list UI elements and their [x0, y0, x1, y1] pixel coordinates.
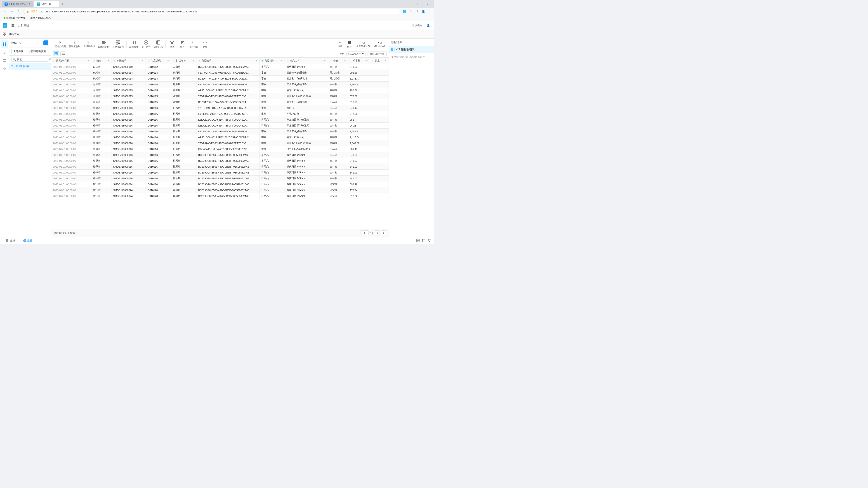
other-add-button[interactable]: 其他添加列 [111, 40, 125, 49]
forward-button[interactable]: → [9, 9, 14, 14]
sidebar-toggle-icon[interactable]: ☰ [9, 22, 16, 29]
left-right-merge-button[interactable]: 左右合并 [128, 40, 140, 49]
close-window-button[interactable]: × [423, 1, 432, 7]
field-settings-button[interactable]: T→ 字段设置 [188, 40, 199, 49]
col-sort-quantity-icon[interactable]: ▼ [385, 60, 387, 62]
data-source-item[interactable]: X/S 销售明细表 + [389, 46, 434, 53]
sidebar-link-icon[interactable] [1, 65, 8, 72]
col-header-quantity[interactable]: # 数量 ▼ [370, 58, 389, 64]
bottom-action-2[interactable] [421, 238, 426, 243]
col-sort-productname-icon[interactable]: ▼ [324, 60, 326, 62]
col-header-product-name[interactable]: T 商品名称 ▼ [285, 58, 328, 64]
col-sort-producttype-icon[interactable]: ▼ [281, 60, 283, 62]
add-tab-button[interactable]: + [60, 1, 65, 7]
save-update-button[interactable]: 全部保存并更新 [27, 49, 48, 54]
col-sort-productcode-icon[interactable]: ▼ [255, 60, 257, 62]
bookmark-ecommerce[interactable]: 电商618数据大屏 [2, 16, 27, 20]
col-sort-city-icon[interactable]: ▼ [107, 60, 110, 62]
more-button[interactable]: 更多 [200, 39, 210, 49]
tab-data[interactable]: 数据 [2, 237, 19, 244]
cell-4-5: AE451BC0-8615-4F8C-8126-05E0C01DDF24 [196, 88, 259, 93]
back-button[interactable]: ← [2, 9, 7, 14]
cell-13-0: 2020-01-01 00:00:00 [51, 140, 91, 146]
reload-button[interactable]: ↻ [16, 9, 22, 14]
col-sort-storecode-icon[interactable]: ▼ [167, 60, 169, 62]
col-header-product-type[interactable]: T 商品类别 ▼ [259, 58, 285, 64]
save-publish-button[interactable]: ↑□ 仅保存并发布 [355, 40, 371, 48]
browser-tab-finebi[interactable]: F FineBI商业智能 × [2, 1, 33, 7]
address-input[interactable]: 🔒 不安全 192.168.171.80:8080/finebi/decisio… [24, 9, 400, 14]
search-box[interactable]: 🔍 ⚙ [11, 57, 49, 62]
compute-button[interactable]: 数据进行计算 [368, 52, 386, 56]
sales-detail-table-item[interactable]: ☰ 销售明细表 [9, 63, 51, 70]
col-header-product-code[interactable]: T 商品编码 ▼ [196, 58, 259, 64]
data-table-wrapper[interactable]: T 日期(年月日) ▼ T 城市 ▼ [51, 57, 389, 229]
data-panel-settings-icon[interactable]: ⚙ [18, 41, 23, 45]
col-sort-province-icon[interactable]: ▼ [344, 60, 346, 62]
browser-tab-finebi-label: FineBI商业智能 [9, 2, 26, 6]
browser-tab-analysis[interactable]: A 分析主题 × [34, 1, 59, 7]
add-formula-col-button[interactable]: fx 新增公式列 [53, 40, 67, 49]
col-sort-cost-icon[interactable]: ▼ [366, 60, 368, 62]
list-view-button[interactable] [60, 51, 66, 56]
bookmark-star-icon[interactable]: ☆ [408, 9, 413, 14]
col-header-store-name[interactable]: T 门店名称 ▼ [171, 58, 196, 64]
page-number-input[interactable] [361, 230, 369, 235]
svg-point-35 [206, 42, 207, 43]
cell-21-10 [370, 187, 389, 193]
save-all-button[interactable]: 全部保存 [11, 49, 25, 54]
page-next-button[interactable]: › [381, 230, 386, 235]
bookmark-ecommerce-label: 电商618数据大屏 [6, 16, 25, 20]
search-input[interactable] [17, 58, 48, 61]
close-tab1-icon[interactable]: × [28, 2, 31, 6]
profile-icon[interactable]: 👤 [421, 9, 426, 14]
save-button[interactable]: 保存 [345, 40, 353, 49]
col-header-store-code[interactable]: T 门店编码 ▼ [146, 58, 171, 64]
cell-0-9: 641.03 [348, 64, 370, 70]
svg-rect-3 [5, 35, 6, 36]
sidebar-data-icon[interactable] [1, 40, 8, 48]
up-down-merge-button[interactable]: 上下合并 [140, 40, 152, 49]
subject-more-button[interactable]: ··· [22, 32, 26, 37]
minimize-button[interactable]: ─ [404, 1, 413, 7]
add-value-col-button[interactable]: T↑ 新增赋值列 [82, 40, 96, 48]
filter-button[interactable]: 过滤 [167, 40, 177, 49]
cell-19-8: 吉林省 [328, 175, 348, 182]
col-header-order[interactable]: T 单据编码 ▼ [111, 58, 146, 64]
row-limit-selector[interactable]: 前1000万行 ▼ [346, 52, 366, 56]
col-sort-order-icon[interactable]: ▼ [142, 60, 144, 62]
table-row: 2020-01-01 00:00:00鹤岗市SMDBJ18000014D0101… [51, 76, 389, 82]
sidebar-settings-icon[interactable] [1, 57, 8, 64]
add-sum-col-button[interactable]: Σ 新增汇总列 [68, 40, 82, 49]
col-header-cost[interactable]: # 成本额 ▼ [348, 58, 370, 64]
exit-preview-button[interactable]: ✕□ 退出并预览 [373, 40, 386, 48]
group-aggregate-button[interactable]: 分组汇总 [152, 40, 164, 49]
bookmark-java[interactable]: Java互联网架构论... [28, 16, 54, 20]
refresh-button[interactable]: ↻ 刷新 [336, 40, 344, 48]
translate-icon[interactable]: 🌐 [402, 9, 407, 14]
sidebar-filter-icon[interactable] [1, 48, 8, 56]
user-profile-btn[interactable]: 👤 [426, 24, 431, 27]
bottom-action-1[interactable] [415, 238, 421, 243]
col-header-province[interactable]: T 省份 ▼ [328, 58, 348, 64]
close-tab2-icon[interactable]: × [53, 2, 56, 6]
sort-button[interactable]: 排序 [178, 40, 187, 49]
menu-icon[interactable]: ⋮ [427, 9, 432, 14]
page-prev-button[interactable]: ‹ [375, 230, 380, 235]
col-header-date[interactable]: T 日期(年月日) ▼ [51, 58, 91, 64]
data-add-button[interactable]: + [43, 40, 49, 45]
col-sort-date-icon[interactable]: ▼ [87, 60, 89, 62]
blood-view-button[interactable]: 血缘视图 [411, 23, 424, 28]
col-header-city[interactable]: T 城市 ▼ [91, 58, 111, 64]
conditional-label-button[interactable]: 条件标签列 [96, 40, 111, 49]
maximize-button[interactable]: □ [414, 1, 423, 7]
grid-view-button[interactable] [53, 51, 59, 56]
col-sort-storename-icon[interactable]: ▼ [192, 60, 194, 62]
ud-merge-icon [144, 40, 148, 45]
download-icon[interactable]: ⬇ [414, 9, 420, 14]
tab-component[interactable]: 组件 [19, 237, 36, 244]
bottom-action-3[interactable] [427, 238, 432, 243]
datasource-add-icon[interactable]: + [430, 48, 432, 52]
cell-22-5: BC639DE8-B503-437C-9B6B-F0B598052A65 [196, 193, 259, 199]
svg-rect-39 [56, 54, 57, 55]
